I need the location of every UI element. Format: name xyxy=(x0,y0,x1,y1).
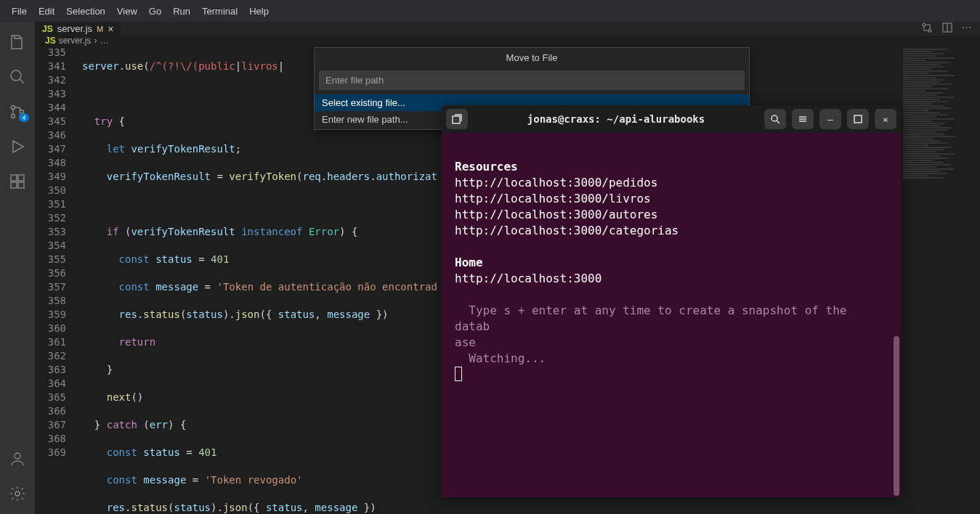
extensions-icon[interactable] xyxy=(0,164,35,199)
terminal-window: jonas@craxs: ~/api-alurabooks — × Resour… xyxy=(442,105,901,497)
terminal-search-icon[interactable] xyxy=(764,109,786,129)
svg-rect-7 xyxy=(18,182,24,188)
menu-go[interactable]: Go xyxy=(143,3,167,20)
tabs-bar: JS server.js M × ⋯ xyxy=(35,22,980,36)
source-control-icon[interactable]: 4 xyxy=(0,94,35,129)
terminal-title: jonas@craxs: ~/api-alurabooks xyxy=(527,113,705,125)
line-numbers: 335 341 342 343 344 345 346 347 348 349 … xyxy=(35,46,75,514)
run-debug-icon[interactable] xyxy=(0,129,35,164)
maximize-icon[interactable] xyxy=(847,109,869,129)
menu-edit[interactable]: Edit xyxy=(33,3,60,20)
search-icon[interactable] xyxy=(0,60,35,94)
split-editor-icon[interactable] xyxy=(941,22,953,36)
snapshot-hint-2: ase xyxy=(455,335,888,351)
snapshot-hint: Type s + enter at any time to create a s… xyxy=(455,303,888,335)
terminal-cursor xyxy=(455,367,462,381)
resource-url: http://localhost:3000/livros xyxy=(455,191,888,207)
minimize-icon[interactable]: — xyxy=(819,109,841,129)
scm-badge: 4 xyxy=(19,113,29,122)
resources-heading: Resources xyxy=(455,159,888,175)
svg-rect-4 xyxy=(11,175,17,181)
chevron-right-icon: › xyxy=(94,36,97,46)
svg-point-9 xyxy=(15,491,20,496)
svg-point-8 xyxy=(15,453,20,459)
js-icon: JS xyxy=(45,36,56,46)
menu-selection[interactable]: Selection xyxy=(60,3,110,20)
menu-help[interactable]: Help xyxy=(243,3,275,20)
svg-rect-5 xyxy=(18,175,24,181)
menu-run[interactable]: Run xyxy=(167,3,196,20)
resource-url: http://localhost:3000/pedidos xyxy=(455,175,888,191)
resource-url: http://localhost:3000/categorias xyxy=(455,223,888,239)
tab-label: server.js xyxy=(57,23,92,34)
svg-point-1 xyxy=(12,106,15,110)
close-icon[interactable]: × xyxy=(108,23,113,35)
activity-bar: 4 xyxy=(0,22,35,514)
terminal-scrollbar[interactable] xyxy=(894,336,899,496)
file-path-input[interactable]: Enter file path xyxy=(319,70,745,90)
menu-view[interactable]: View xyxy=(111,3,143,20)
svg-rect-6 xyxy=(11,182,17,188)
tab-server-js[interactable]: JS server.js M × xyxy=(35,22,121,36)
terminal-titlebar[interactable]: jonas@craxs: ~/api-alurabooks — × xyxy=(442,105,901,133)
svg-point-0 xyxy=(11,70,21,81)
home-heading: Home xyxy=(455,255,888,271)
breadcrumb[interactable]: JS server.js › … xyxy=(35,36,980,46)
minimap[interactable] xyxy=(900,46,980,514)
explorer-icon[interactable] xyxy=(0,25,35,60)
more-actions-icon[interactable]: ⋯ xyxy=(962,22,971,36)
breadcrumb-file: server.js xyxy=(59,36,92,46)
breadcrumb-more: … xyxy=(100,36,108,46)
menu-terminal[interactable]: Terminal xyxy=(196,3,243,20)
terminal-body[interactable]: Resources http://localhost:3000/pedidos … xyxy=(442,133,901,497)
menu-file[interactable]: File xyxy=(6,3,33,20)
tab-modified-indicator: M xyxy=(97,25,103,33)
menubar: File Edit Selection View Go Run Terminal… xyxy=(0,0,980,22)
new-tab-icon[interactable] xyxy=(446,109,468,129)
resource-url: http://localhost:3000/autores xyxy=(455,207,888,223)
quick-input-title: Move to File xyxy=(315,48,749,68)
accounts-icon[interactable] xyxy=(0,441,35,476)
terminal-menu-icon[interactable] xyxy=(792,109,814,129)
home-url: http://localhost:3000 xyxy=(455,271,888,287)
close-icon[interactable]: × xyxy=(875,109,896,129)
settings-icon[interactable] xyxy=(0,476,35,511)
watching-text: Watching... xyxy=(455,351,888,367)
svg-point-2 xyxy=(12,115,15,118)
svg-point-10 xyxy=(923,23,926,26)
compare-changes-icon[interactable] xyxy=(921,22,933,36)
svg-point-11 xyxy=(928,29,931,32)
svg-point-14 xyxy=(772,115,777,121)
svg-rect-15 xyxy=(854,115,862,123)
js-icon: JS xyxy=(42,24,53,34)
svg-rect-13 xyxy=(453,116,460,123)
